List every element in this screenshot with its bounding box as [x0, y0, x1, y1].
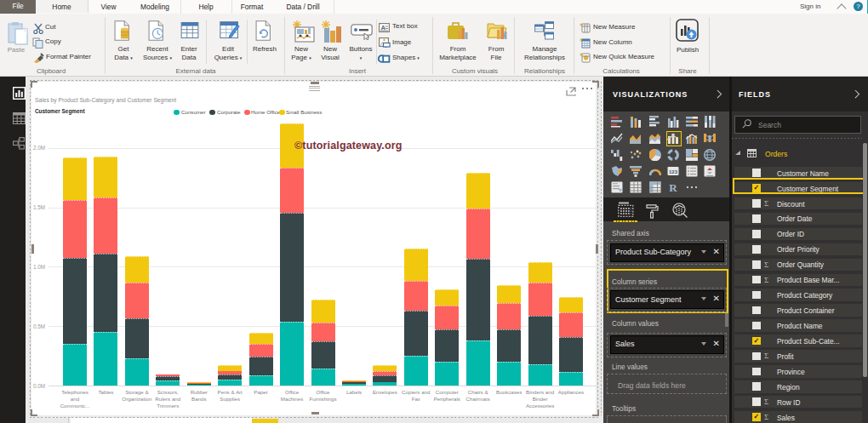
svg-text:123: 123 [669, 169, 678, 174]
svg-text:R: R [669, 181, 677, 193]
